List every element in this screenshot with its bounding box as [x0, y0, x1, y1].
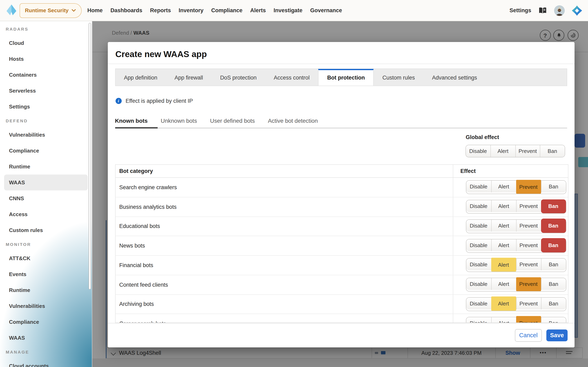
sidebar-section-manage: MANAGE — [0, 346, 92, 358]
effect-prevent-button[interactable]: Prevent — [516, 316, 541, 323]
bot-category-label: Search engine crawlers — [115, 184, 177, 191]
sidebar-section-radars: RADARS — [0, 23, 92, 35]
runtime-security-logo-icon — [6, 4, 17, 17]
effect-disable-button[interactable]: Disable — [466, 200, 491, 212]
sidebar-item-settings[interactable]: Settings — [0, 99, 92, 115]
subtab-unknown-bots[interactable]: Unknown bots — [161, 117, 197, 124]
effect-button-group: DisableAlertPreventBan — [466, 239, 566, 253]
info-icon: i — [115, 98, 121, 104]
sidebar-item-cloud-accounts[interactable]: Cloud accounts — [0, 358, 92, 367]
effect-button-group: DisableAlertPreventBan — [466, 258, 566, 272]
sidebar-item-serverless[interactable]: Serverless — [0, 83, 92, 99]
sidebar-item-compliance[interactable]: Compliance — [0, 143, 92, 159]
tab-access-control[interactable]: Access control — [265, 69, 318, 85]
global-effect-group: DisableAlertPreventBan — [465, 145, 565, 157]
effect-prevent-button[interactable]: Prevent — [516, 180, 541, 194]
tab-app-firewall[interactable]: App firewall — [166, 69, 212, 85]
effect-prevent-button[interactable]: Prevent — [516, 259, 541, 271]
effect-ban-button[interactable]: Ban — [541, 317, 566, 323]
sidebar-item-cnns[interactable]: CNNS — [0, 191, 92, 206]
effect-alert-button[interactable]: Alert — [491, 239, 516, 251]
subtab-track — [115, 128, 567, 128]
tab-custom-rules[interactable]: Custom rules — [374, 69, 424, 85]
effect-disable-button[interactable]: Disable — [466, 298, 491, 309]
sidebar-item-waas[interactable]: WAAS — [0, 330, 92, 346]
effect-ban-button[interactable]: Ban — [541, 199, 566, 213]
effect-ban-button[interactable]: Ban — [541, 181, 566, 193]
sidebar-item-runtime[interactable]: Runtime — [0, 159, 92, 175]
tab-bot-protection[interactable]: Bot protection — [318, 69, 374, 85]
sidebar-item-cloud[interactable]: Cloud — [0, 35, 92, 51]
nav-item-governance[interactable]: Governance — [310, 7, 342, 13]
effect-prevent-button[interactable]: Prevent — [516, 200, 541, 212]
divider — [108, 64, 574, 64]
global-effect-prevent-button[interactable]: Prevent — [515, 145, 540, 157]
sidebar-scrollbar-thumb[interactable] — [89, 23, 91, 290]
sidebar-item-hosts[interactable]: Hosts — [0, 51, 92, 67]
effect-alert-button[interactable]: Alert — [491, 181, 516, 193]
table-row: Career search botsDisableAlertPreventBan — [115, 314, 568, 323]
nav-item-inventory[interactable]: Inventory — [179, 7, 204, 13]
prisma-cloud-logo-icon[interactable] — [572, 5, 582, 16]
sidebar-item-compliance[interactable]: Compliance — [0, 314, 92, 330]
nav-item-reports[interactable]: Reports — [150, 7, 171, 13]
effect-ban-button[interactable]: Ban — [541, 259, 566, 271]
effect-prevent-button[interactable]: Prevent — [516, 277, 541, 291]
effect-disable-button[interactable]: Disable — [466, 259, 491, 271]
global-effect-ban-button[interactable]: Ban — [540, 145, 564, 157]
nav-item-compliance[interactable]: Compliance — [211, 7, 242, 13]
effect-alert-button[interactable]: Alert — [491, 278, 516, 290]
nav-item-investigate[interactable]: Investigate — [274, 7, 302, 13]
subtab-active-bot-detection[interactable]: Active bot detection — [268, 117, 318, 124]
subtab-user-defined-bots[interactable]: User defined bots — [210, 117, 255, 124]
nav-item-home[interactable]: Home — [87, 7, 103, 13]
sidebar-item-att-ck[interactable]: ATT&CK — [0, 250, 92, 266]
sidebar-item-containers[interactable]: Containers — [0, 67, 92, 83]
bot-category-label: Educational bots — [115, 223, 160, 229]
sidebar-item-vulnerabilities[interactable]: Vulnerabilities — [0, 127, 92, 143]
effect-alert-button[interactable]: Alert — [491, 297, 516, 311]
sidebar-item-vulnerabilities[interactable]: Vulnerabilities — [0, 298, 92, 314]
effect-ban-button[interactable]: Ban — [541, 278, 566, 290]
sidebar-item-waas[interactable]: WAAS — [4, 175, 88, 191]
nav-item-alerts[interactable]: Alerts — [250, 7, 266, 13]
sidebar-item-events[interactable]: Events — [0, 266, 92, 282]
effect-prevent-button[interactable]: Prevent — [516, 220, 541, 232]
effect-alert-button[interactable]: Alert — [491, 200, 516, 212]
product-switcher[interactable]: Runtime Security — [20, 3, 82, 18]
effect-button-group: DisableAlertPreventBan — [466, 219, 566, 233]
effect-disable-button[interactable]: Disable — [466, 278, 491, 290]
global-effect-disable-button[interactable]: Disable — [466, 145, 490, 157]
user-avatar[interactable] — [554, 5, 565, 16]
sidebar-item-custom-rules[interactable]: Custom rules — [0, 222, 92, 238]
effect-disable-button[interactable]: Disable — [466, 181, 491, 193]
save-button[interactable]: Save — [546, 329, 568, 341]
global-effect-alert-button[interactable]: Alert — [490, 145, 515, 157]
effect-disable-button[interactable]: Disable — [466, 239, 491, 251]
docs-book-icon[interactable] — [538, 6, 547, 15]
create-waas-app-modal: Create new WAAS app App definitionApp fi… — [108, 42, 574, 347]
cancel-button[interactable]: Cancel — [515, 329, 542, 342]
tab-advanced-settings[interactable]: Advanced settings — [424, 69, 486, 85]
nav-item-dashboards[interactable]: Dashboards — [111, 7, 142, 13]
subtab-known-bots[interactable]: Known bots — [115, 117, 148, 124]
effect-alert-button[interactable]: Alert — [491, 258, 516, 272]
effect-ban-button[interactable]: Ban — [541, 238, 566, 252]
bot-category-label: News bots — [115, 243, 145, 249]
effect-disable-button[interactable]: Disable — [466, 220, 491, 232]
effect-ban-button[interactable]: Ban — [541, 298, 566, 309]
effect-disable-button[interactable]: Disable — [466, 317, 491, 323]
tab-app-definition[interactable]: App definition — [115, 69, 166, 85]
effect-prevent-button[interactable]: Prevent — [516, 239, 541, 251]
effect-prevent-button[interactable]: Prevent — [516, 298, 541, 309]
table-row: News botsDisableAlertPreventBan — [115, 236, 568, 256]
sidebar-item-runtime[interactable]: Runtime — [0, 282, 92, 298]
table-row: Archiving botsDisableAlertPreventBan — [115, 295, 568, 314]
sidebar-item-access[interactable]: Access — [0, 206, 92, 222]
effect-alert-button[interactable]: Alert — [491, 317, 516, 323]
tab-dos-protection[interactable]: DoS protection — [212, 69, 265, 85]
effect-ban-button[interactable]: Ban — [541, 219, 566, 233]
effect-alert-button[interactable]: Alert — [491, 220, 516, 232]
top-navbar: Runtime Security HomeDashboardsReportsIn… — [0, 0, 588, 21]
nav-item-settings[interactable]: Settings — [509, 7, 531, 13]
